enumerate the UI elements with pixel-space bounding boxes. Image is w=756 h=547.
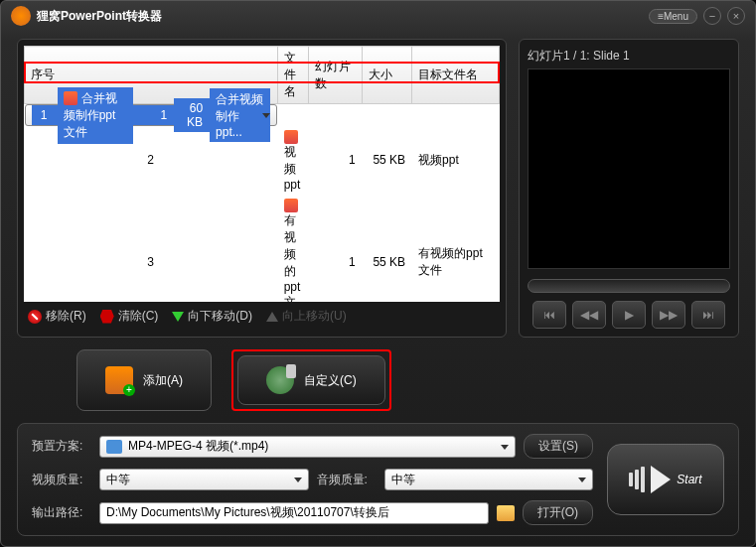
preview-panel: 幻灯片1 / 1: Slide 1 ⏮ ◀◀ ▶ ▶▶ ⏭	[519, 39, 739, 338]
remove-icon	[28, 310, 42, 324]
file-table[interactable]: 序号 文件名 幻灯片数 大小 目标文件名 1合并视频制作ppt文件160 KB合…	[24, 46, 500, 302]
preview-title: 幻灯片1 / 1: Slide 1	[528, 48, 730, 65]
browse-folder-button[interactable]	[497, 505, 515, 521]
play-button[interactable]: ▶	[612, 301, 646, 329]
output-path-label: 输出路径:	[32, 504, 91, 521]
move-down-button[interactable]: 向下移动(D)	[172, 308, 252, 325]
app-icon	[11, 6, 31, 26]
ppt-icon	[284, 130, 298, 144]
preset-select[interactable]: MP4-MPEG-4 视频(*.mp4)	[99, 436, 516, 458]
start-icon	[629, 466, 671, 493]
arrow-up-icon	[266, 312, 278, 322]
header-filename[interactable]: 文件名	[277, 47, 308, 104]
rewind-button[interactable]: ◀◀	[572, 301, 606, 329]
table-row[interactable]: 1合并视频制作ppt文件160 KB合并视频制作ppt...	[25, 104, 278, 126]
menu-button[interactable]: ≡Menu	[649, 9, 697, 24]
clear-button[interactable]: 清除(C)	[100, 308, 159, 325]
audio-quality-label: 音频质量:	[317, 472, 377, 488]
video-quality-select[interactable]: 中等	[99, 469, 309, 490]
customize-button[interactable]: 自定义(C)	[237, 355, 385, 405]
preview-screen	[528, 68, 730, 269]
settings-button[interactable]: 设置(S)	[524, 434, 593, 459]
header-size[interactable]: 大小	[362, 47, 411, 104]
minimize-button[interactable]: −	[703, 7, 721, 25]
prev-button[interactable]: ⏮	[532, 301, 566, 329]
start-button[interactable]: Start	[607, 444, 724, 515]
open-button[interactable]: 打开(O)	[523, 500, 593, 525]
add-icon	[105, 366, 133, 394]
video-quality-label: 视频质量:	[32, 472, 91, 488]
close-button[interactable]: ×	[727, 7, 745, 25]
header-slides[interactable]: 幻灯片数	[308, 47, 362, 104]
ppt-icon	[284, 199, 298, 212]
next-button[interactable]: ⏭	[691, 301, 725, 329]
customize-icon	[266, 366, 294, 394]
header-target[interactable]: 目标文件名	[412, 47, 500, 104]
arrow-down-icon	[172, 312, 184, 322]
file-list-panel: 序号 文件名 幻灯片数 大小 目标文件名 1合并视频制作ppt文件160 KB合…	[17, 39, 507, 338]
table-row[interactable]: 3有视频的ppt文件155 KB有视频的ppt文件	[25, 195, 500, 302]
output-path-field[interactable]: D:\My Documents\My Pictures\视频\20110707\…	[99, 502, 489, 524]
app-title: 狸窝PowerPoint转换器	[37, 8, 162, 25]
preset-label: 预置方案:	[32, 438, 91, 455]
remove-button[interactable]: 移除(R)	[28, 308, 86, 325]
ppt-icon	[64, 91, 77, 105]
add-button[interactable]: 添加(A)	[76, 349, 212, 411]
forward-button[interactable]: ▶▶	[652, 301, 685, 329]
mp4-icon	[106, 440, 122, 454]
clear-icon	[100, 310, 114, 324]
audio-quality-select[interactable]: 中等	[384, 469, 594, 490]
move-up-button: 向上移动(U)	[266, 308, 347, 325]
playback-slider[interactable]	[528, 279, 730, 293]
